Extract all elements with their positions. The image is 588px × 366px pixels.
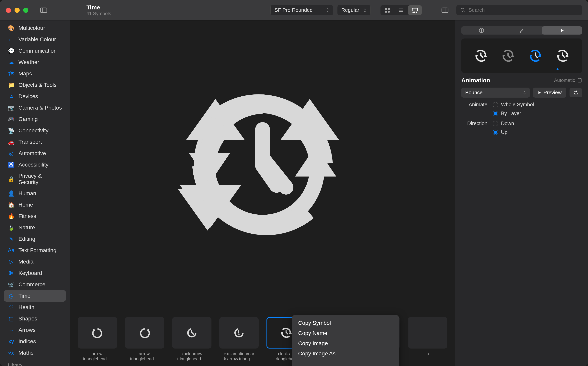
sidebar-item-weather[interactable]: ☁Weather — [4, 57, 66, 68]
svg-rect-5 — [388, 11, 390, 13]
menu-item-copy-symbol[interactable]: Copy Symbol — [292, 318, 399, 328]
thumbnail-7[interactable]: c — [408, 317, 447, 356]
sidebar-item-objects-tools[interactable]: 📁Objects & Tools — [4, 79, 66, 91]
search-box[interactable] — [456, 5, 582, 15]
heart-icon: ♡ — [8, 304, 15, 311]
sidebar-item-privacy-security[interactable]: 🔒Privacy & Security — [4, 170, 66, 188]
animation-tab[interactable] — [542, 26, 582, 35]
radio-icon — [493, 121, 498, 126]
thumbnail-3[interactable]: exclamationmark.arrow.triang… — [219, 317, 259, 362]
sidebar-item-indices[interactable]: xyIndices — [4, 336, 66, 347]
sidebar-item-home[interactable]: 🏠Home — [4, 199, 66, 211]
sidebar-item-gaming[interactable]: 🎮Gaming — [4, 114, 66, 125]
svg-rect-3 — [388, 8, 390, 10]
sidebar-item-human[interactable]: 👤Human — [4, 188, 66, 199]
svg-rect-24 — [238, 330, 239, 334]
thumbnail-0[interactable]: arrow.trianglehead…. — [78, 317, 117, 362]
color-tab[interactable] — [502, 26, 542, 35]
sidebar-item-arrows[interactable]: →Arrows — [4, 324, 66, 336]
menu-item-copy-image-as-[interactable]: Copy Image As… — [292, 349, 399, 359]
inspector-toggle-icon[interactable] — [441, 8, 448, 13]
thumbnail-label: exclamationmark.arrow.triang… — [224, 351, 254, 362]
gamepad-icon: 🎮 — [8, 116, 15, 122]
sidebar-item-shapes[interactable]: ▢Shapes — [4, 313, 66, 324]
sidebar-item-multicolour[interactable]: 🎨Multicolour — [4, 22, 66, 34]
map-icon: 🗺 — [8, 70, 15, 77]
sidebar-item-label: Arrows — [18, 327, 36, 333]
repeat-button[interactable] — [570, 88, 582, 97]
sidebar-item-devices[interactable]: 🖥Devices — [4, 91, 66, 102]
preview-button[interactable]: Preview — [533, 88, 566, 98]
sidebar-item-label: Time — [18, 293, 31, 299]
menu-item-label: Duplicate as Custom Symbol — [298, 365, 369, 366]
radio-label: Down — [501, 120, 514, 126]
sidebar-item-keyboard[interactable]: ⌘Keyboard — [4, 267, 66, 279]
main-area: arrow.trianglehead….arrow.trianglehead….… — [70, 20, 455, 366]
steering-icon: ◎ — [8, 150, 15, 157]
xy-icon: xy — [8, 338, 15, 345]
sidebar-toggle-icon[interactable] — [40, 8, 47, 13]
sidebar-item-label: Editing — [18, 236, 35, 242]
sidebar-item-transport[interactable]: 🚗Transport — [4, 136, 66, 148]
sidebar-item-communication[interactable]: 💬Communication — [4, 45, 66, 57]
list-view-toggle[interactable] — [394, 5, 408, 15]
animate-option-by-layer[interactable]: By Layer — [493, 110, 534, 116]
svg-rect-2 — [385, 8, 387, 10]
automatic-link[interactable]: Automatic — [554, 77, 575, 83]
svg-rect-4 — [385, 11, 387, 13]
minimize-window[interactable] — [15, 8, 20, 13]
animate-option-whole-symbol[interactable]: Whole Symbol — [493, 101, 534, 108]
sidebar-item-automotive[interactable]: ◎Automotive — [4, 148, 66, 159]
search-icon — [460, 8, 465, 13]
sidebar-item-media[interactable]: ▷Media — [4, 256, 66, 267]
sidebar-item-editing[interactable]: ✎Editing — [4, 233, 66, 245]
sidebar-item-text-formatting[interactable]: AaText Formatting — [4, 245, 66, 256]
animation-section-header: Animation Automatic — [461, 77, 582, 84]
thumbnail-1[interactable]: arrow.trianglehead…. — [125, 317, 164, 362]
sidebar-item-maths[interactable]: √xMaths — [4, 347, 66, 358]
direction-option-up[interactable]: Up — [493, 129, 514, 135]
animation-type-select[interactable]: Bounce — [461, 88, 530, 98]
sidebar-item-label: Gaming — [18, 116, 38, 122]
variant-indicator-dot — [557, 68, 558, 70]
sidebar-item-camera-photos[interactable]: 📷Camera & Photos — [4, 102, 66, 114]
menu-item-duplicate-as-custom-symbol[interactable]: Duplicate as Custom Symbol — [292, 363, 399, 366]
search-input[interactable] — [469, 7, 578, 13]
slider-icon: ▭ — [8, 36, 15, 43]
play-icon: ▷ — [8, 258, 15, 265]
menu-item-label: Copy Name — [298, 330, 327, 336]
sidebar-item-maps[interactable]: 🗺Maps — [4, 68, 66, 79]
svg-rect-9 — [412, 8, 417, 11]
weight-select[interactable]: Regular — [337, 5, 371, 15]
sidebar-item-time[interactable]: ◷Time — [4, 290, 66, 302]
sidebar-item-nature[interactable]: 🍃Nature — [4, 222, 66, 233]
lock-icon: 🔒 — [8, 176, 15, 183]
context-menu: Copy SymbolCopy NameCopy ImageCopy Image… — [292, 315, 399, 366]
menu-item-copy-image[interactable]: Copy Image — [292, 338, 399, 349]
sidebar-item-connectivity[interactable]: 📡Connectivity — [4, 125, 66, 136]
gallery-view-toggle[interactable] — [408, 5, 422, 15]
thumbnail-2[interactable]: clock.arrow.trianglehead…. — [172, 317, 212, 362]
sidebar-item-label: Objects & Tools — [18, 82, 57, 88]
sidebar-item-fitness[interactable]: 🔥Fitness — [4, 211, 66, 222]
sidebar-item-variable-colour[interactable]: ▭Variable Colour — [4, 34, 66, 45]
cloud-icon: ☁ — [8, 59, 15, 66]
direction-option-down[interactable]: Down — [493, 120, 514, 126]
sidebar-item-label: Human — [18, 190, 36, 197]
svg-point-29 — [481, 29, 482, 30]
sidebar-item-accessibility[interactable]: ♿Accessibility — [4, 159, 66, 170]
page-title: Time — [86, 4, 111, 11]
font-select[interactable]: SF Pro Rounded — [270, 5, 333, 15]
paste-icon[interactable] — [577, 77, 582, 83]
sidebar-item-health[interactable]: ♡Health — [4, 302, 66, 313]
arrow-icon: → — [8, 327, 15, 333]
figure-icon: ♿ — [8, 161, 15, 168]
zoom-window[interactable] — [23, 8, 28, 13]
grid-view-toggle[interactable] — [380, 5, 394, 15]
sidebar-item-label: Weather — [18, 59, 39, 65]
sidebar-item-commerce[interactable]: 🛒Commerce — [4, 279, 66, 290]
svg-point-25 — [238, 334, 240, 335]
info-tab[interactable] — [461, 26, 502, 35]
menu-item-copy-name[interactable]: Copy Name — [292, 328, 399, 338]
close-window[interactable] — [6, 8, 11, 13]
